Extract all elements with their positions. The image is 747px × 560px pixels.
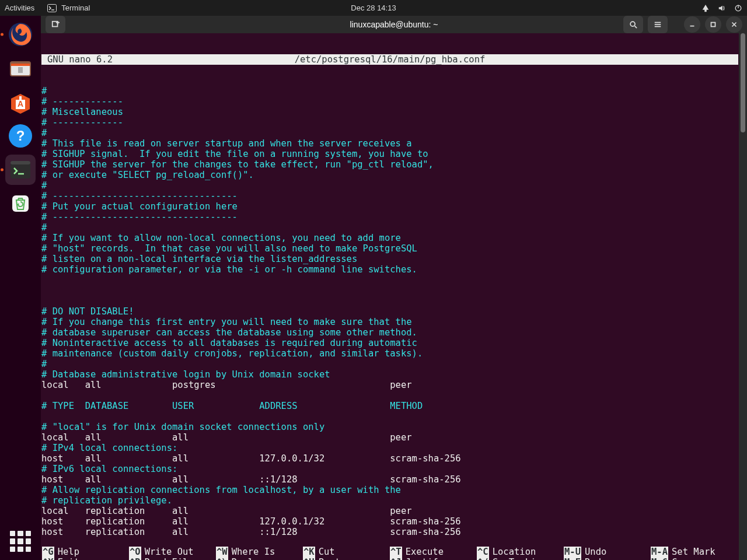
shortcut-key: M-E (564, 557, 581, 560)
activities-button[interactable]: Activities (5, 4, 34, 12)
nano-shortcut: ^GHelp (42, 547, 129, 557)
dock-help[interactable]: ? (5, 121, 36, 151)
power-icon[interactable] (734, 4, 742, 12)
shortcut-label: Exit (58, 557, 79, 560)
nano-line: # or execute "SELECT pg_reload_conf()". (41, 170, 738, 180)
scrollbar-thumb[interactable] (741, 33, 745, 132)
nano-line (41, 275, 738, 285)
dock-files[interactable] (5, 53, 36, 83)
nano-shortcut: ^WWhere Is (216, 547, 303, 557)
shortcut-key: M-6 (651, 557, 668, 560)
nano-line: host all all ::1/128 scram-sha-256 (41, 474, 738, 485)
nano-line: # This file is read on server startup an… (41, 138, 738, 149)
shortcut-label: Where Is (232, 547, 275, 557)
shortcut-key: ^K (303, 547, 315, 557)
shortcut-key: ^T (390, 547, 402, 557)
nano-titlebar: GNU nano 6.2 /etc/postgresql/16/main/pg_… (41, 54, 738, 65)
terminal-content[interactable]: GNU nano 6.2 /etc/postgresql/16/main/pg_… (41, 33, 739, 560)
nano-line: # If you want to allow non-local connect… (41, 233, 738, 243)
app-menu-label: Terminal (61, 4, 90, 12)
close-button[interactable] (726, 16, 742, 33)
nano-file-path: /etc/postgresql/16/main/pg_hba.conf (295, 54, 486, 65)
svg-rect-0 (48, 4, 57, 12)
shortcut-label: Paste (319, 557, 346, 560)
nano-line: # (41, 180, 738, 191)
svg-rect-22 (711, 23, 715, 27)
nano-line: # (41, 359, 738, 369)
nano-shortcut: ^JJustify (390, 557, 477, 560)
nano-line: # Allow replication connections from loc… (41, 485, 738, 495)
gnome-top-panel: Activities Terminal Dec 28 14:13 (0, 0, 747, 16)
svg-rect-12 (11, 161, 30, 164)
terminal-window: linuxcapable@ubuntu: ~ GNU nano 6.2 (41, 16, 747, 560)
app-menu[interactable]: Terminal (47, 4, 90, 12)
nano-line: # ---------------------------------- (41, 212, 738, 222)
shortcut-label: Cut (319, 547, 335, 557)
shortcut-label: Read File (145, 557, 194, 560)
shortcut-key: ^/ (477, 557, 489, 560)
clock[interactable]: Dec 28 14:13 (351, 4, 396, 12)
shortcut-label: Write Out (145, 547, 194, 557)
nano-line: host all all 127.0.0.1/32 scram-sha-256 (41, 453, 738, 464)
dock-firefox[interactable] (5, 19, 36, 50)
shortcut-key: ^\ (216, 557, 228, 560)
shortcut-key: ^U (303, 557, 315, 560)
nano-line: # Miscellaneous (41, 107, 738, 117)
shortcut-label: Help (58, 547, 79, 557)
nano-line: # (41, 128, 738, 138)
dock-terminal[interactable] (5, 155, 36, 185)
nano-shortcut: ^/Go To Line (477, 557, 564, 560)
new-tab-button[interactable] (46, 16, 65, 33)
nano-shortcut: ^TExecute (390, 547, 477, 557)
nano-line: # DO NOT DISABLE! (41, 306, 738, 317)
shortcut-key: ^X (42, 557, 54, 560)
svg-rect-7 (18, 67, 23, 73)
shortcut-label: Justify (406, 557, 444, 560)
search-button[interactable] (623, 16, 643, 33)
window-title: linuxcapable@ubuntu: ~ (350, 20, 438, 29)
shortcut-key: M-A (651, 547, 668, 557)
svg-rect-6 (11, 64, 30, 66)
nano-line (41, 296, 738, 306)
nano-line: # Noninteractive access to all databases… (41, 338, 738, 348)
nano-line: # (41, 222, 738, 233)
volume-icon[interactable] (718, 4, 726, 12)
nano-line: # Database administrative login by Unix … (41, 369, 738, 380)
nano-shortcut: M-ERedo (564, 557, 651, 560)
nano-line: # ------------- (41, 96, 738, 107)
nano-shortcut: ^KCut (303, 547, 390, 557)
dock-trash[interactable] (5, 188, 36, 219)
dock-software[interactable]: A (5, 87, 36, 117)
dock: A ? (0, 16, 41, 560)
nano-line: # TYPE DATABASE USER ADDRESS METHOD (41, 401, 738, 411)
nano-line: # IPv6 local connections: (41, 464, 738, 474)
nano-line: # "host" records. In that case you will … (41, 243, 738, 254)
show-applications[interactable] (10, 531, 31, 552)
shortcut-label: Go To Line (493, 557, 547, 560)
nano-line: local all all peer (41, 432, 738, 443)
nano-line: # Put your actual configuration here (41, 201, 738, 212)
nano-line: # maintenance (custom daily cronjobs, re… (41, 348, 738, 359)
nano-line: host replication all 127.0.0.1/32 scram-… (41, 516, 738, 527)
nano-shortcut: ^RRead File (129, 557, 216, 560)
maximize-button[interactable] (705, 16, 721, 33)
shortcut-label: Replace (232, 557, 270, 560)
minimize-button[interactable] (684, 16, 700, 33)
scrollbar[interactable] (739, 33, 747, 560)
titlebar: linuxcapable@ubuntu: ~ (41, 16, 747, 33)
svg-line-17 (635, 26, 637, 29)
shortcut-key: ^W (216, 547, 228, 557)
network-icon[interactable] (701, 4, 710, 12)
nano-line: # IPv4 local connections: (41, 443, 738, 453)
shortcut-label: Location (493, 547, 536, 557)
nano-line: # database superuser can access the data… (41, 327, 738, 338)
nano-line: # replication privilege. (41, 495, 738, 506)
nano-shortcut: M-ASet Mark (651, 547, 738, 557)
nano-shortcut: ^OWrite Out (129, 547, 216, 557)
shortcut-label: Copy (672, 557, 693, 560)
menu-button[interactable] (648, 16, 668, 33)
nano-line (41, 390, 738, 401)
shortcut-key: ^O (129, 547, 141, 557)
svg-text:?: ? (16, 128, 25, 144)
shortcut-label: Execute (406, 547, 444, 557)
